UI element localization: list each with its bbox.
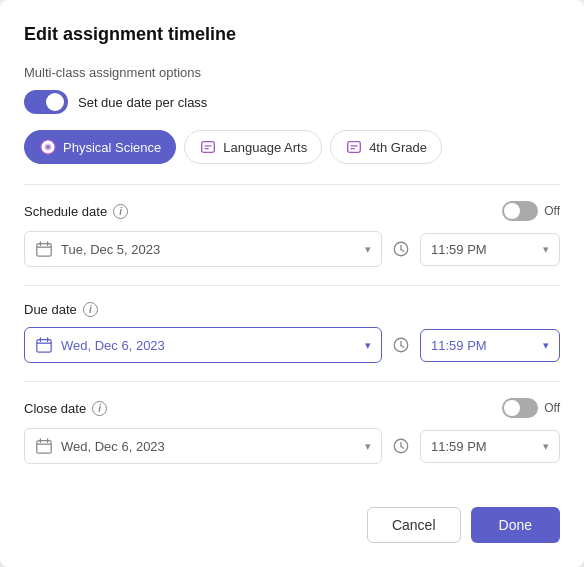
tab-physical-science-label: Physical Science <box>63 140 161 155</box>
close-date-section: Close date i Off Wed, Dec 6, 2023 ▾ <box>24 398 560 464</box>
due-date-row: Wed, Dec 6, 2023 ▾ 11:59 PM ▾ <box>24 327 560 363</box>
close-date-header: Close date i Off <box>24 398 560 418</box>
schedule-calendar-icon <box>35 240 53 258</box>
tab-4th-grade-label: 4th Grade <box>369 140 427 155</box>
language-arts-icon <box>199 138 217 156</box>
schedule-date-header: Schedule date i Off <box>24 201 560 221</box>
svg-line-22 <box>401 345 404 347</box>
tab-physical-science[interactable]: Physical Science <box>24 130 176 164</box>
schedule-date-off-label: Off <box>544 204 560 218</box>
close-date-title: Close date <box>24 401 86 416</box>
close-date-title-group: Close date i <box>24 401 107 416</box>
due-time-picker[interactable]: 11:59 PM ▾ <box>420 329 560 362</box>
svg-rect-16 <box>37 340 51 353</box>
svg-rect-23 <box>37 441 51 454</box>
due-clock-icon <box>392 336 410 354</box>
schedule-time-picker[interactable]: 11:59 PM ▾ <box>420 233 560 266</box>
due-date-title-group: Due date i <box>24 302 98 317</box>
schedule-time-value: 11:59 PM <box>431 242 535 257</box>
due-date-value: Wed, Dec 6, 2023 <box>61 338 357 353</box>
svg-rect-5 <box>205 148 210 149</box>
close-time-value: 11:59 PM <box>431 439 535 454</box>
close-date-info-icon[interactable]: i <box>92 401 107 416</box>
svg-rect-6 <box>348 142 361 153</box>
divider-3 <box>24 381 560 382</box>
toggle-label: Set due date per class <box>78 95 207 110</box>
schedule-date-info-icon[interactable]: i <box>113 204 128 219</box>
close-date-off-label: Off <box>544 401 560 415</box>
due-date-picker[interactable]: Wed, Dec 6, 2023 ▾ <box>24 327 382 363</box>
schedule-clock-icon <box>392 240 410 258</box>
4th-grade-icon <box>345 138 363 156</box>
tab-language-arts[interactable]: Language Arts <box>184 130 322 164</box>
cancel-button[interactable]: Cancel <box>367 507 461 543</box>
schedule-date-title-group: Schedule date i <box>24 204 128 219</box>
close-date-value: Wed, Dec 6, 2023 <box>61 439 357 454</box>
svg-rect-9 <box>37 244 51 257</box>
due-date-chevron: ▾ <box>365 339 371 352</box>
close-calendar-icon <box>35 437 53 455</box>
divider-2 <box>24 285 560 286</box>
done-button[interactable]: Done <box>471 507 560 543</box>
schedule-date-chevron: ▾ <box>365 243 371 256</box>
schedule-date-toggle-row: Off <box>502 201 560 221</box>
multi-class-label: Multi-class assignment options <box>24 65 560 80</box>
modal-footer: Cancel Done <box>24 487 560 543</box>
svg-line-15 <box>401 249 404 251</box>
due-date-section: Due date i Wed, Dec 6, 2023 ▾ <box>24 302 560 363</box>
due-date-header: Due date i <box>24 302 560 317</box>
class-tabs: Physical Science Language Arts 4th Grade <box>24 130 560 164</box>
close-time-chevron: ▾ <box>543 440 549 453</box>
schedule-date-toggle[interactable] <box>502 201 538 221</box>
svg-rect-3 <box>202 142 215 153</box>
physical-science-icon <box>39 138 57 156</box>
due-calendar-icon <box>35 336 53 354</box>
close-date-toggle-row: Off <box>502 398 560 418</box>
due-time-value: 11:59 PM <box>431 338 535 353</box>
due-time-chevron: ▾ <box>543 339 549 352</box>
due-date-title: Due date <box>24 302 77 317</box>
edit-assignment-modal: Edit assignment timeline Multi-class ass… <box>0 0 584 567</box>
tab-language-arts-label: Language Arts <box>223 140 307 155</box>
schedule-date-picker[interactable]: Tue, Dec 5, 2023 ▾ <box>24 231 382 267</box>
schedule-date-row: Tue, Dec 5, 2023 ▾ 11:59 PM ▾ <box>24 231 560 267</box>
due-date-info-icon[interactable]: i <box>83 302 98 317</box>
svg-rect-8 <box>351 148 356 149</box>
modal-title: Edit assignment timeline <box>24 24 560 45</box>
tab-4th-grade[interactable]: 4th Grade <box>330 130 442 164</box>
close-date-row: Wed, Dec 6, 2023 ▾ 11:59 PM ▾ <box>24 428 560 464</box>
schedule-date-title: Schedule date <box>24 204 107 219</box>
close-date-chevron: ▾ <box>365 440 371 453</box>
set-due-date-toggle[interactable] <box>24 90 68 114</box>
close-clock-icon <box>392 437 410 455</box>
close-date-picker[interactable]: Wed, Dec 6, 2023 ▾ <box>24 428 382 464</box>
svg-line-29 <box>401 446 404 448</box>
divider-1 <box>24 184 560 185</box>
schedule-date-value: Tue, Dec 5, 2023 <box>61 242 357 257</box>
schedule-time-chevron: ▾ <box>543 243 549 256</box>
close-date-toggle[interactable] <box>502 398 538 418</box>
close-time-picker[interactable]: 11:59 PM ▾ <box>420 430 560 463</box>
svg-point-2 <box>46 145 50 149</box>
svg-rect-4 <box>205 145 212 146</box>
svg-rect-7 <box>351 145 358 146</box>
schedule-date-section: Schedule date i Off Tue, Dec 5, 2023 ▾ <box>24 201 560 267</box>
toggle-row: Set due date per class <box>24 90 560 114</box>
